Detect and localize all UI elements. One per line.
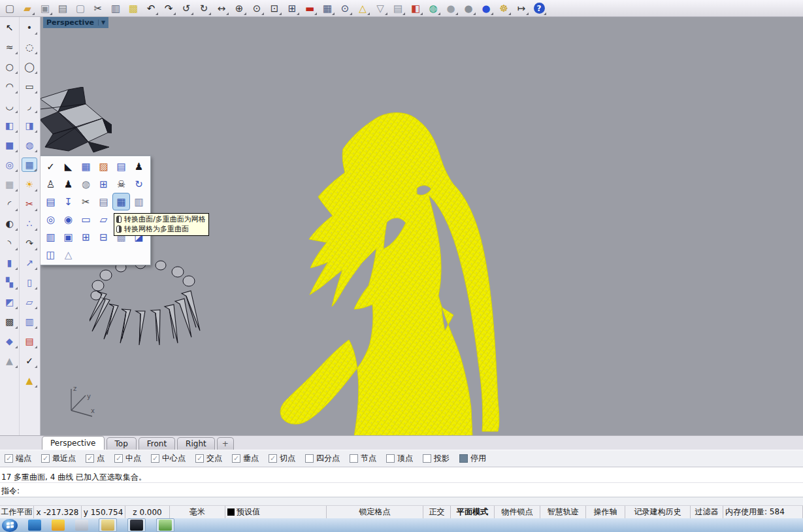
tab-front[interactable]: Front	[139, 437, 175, 450]
status-z[interactable]: z 0.000	[125, 506, 170, 518]
cone-tool-icon[interactable]: ▲	[2, 354, 18, 368]
mesh-spheres-icon[interactable]: ◉	[59, 210, 77, 228]
mesh-stack-icon[interactable]: ▥	[42, 228, 59, 246]
taskbar-app-green-icon-frame[interactable]	[156, 518, 174, 532]
osnap-中点[interactable]: ✓中点	[114, 453, 141, 464]
boolean-spheres-icon[interactable]: ◐	[2, 216, 18, 231]
osnap-切点[interactable]: ✓切点	[269, 453, 295, 464]
four-viewports-icon[interactable]: ⊞	[284, 1, 300, 16]
mesh-settings-icon[interactable]: ▦	[320, 1, 335, 16]
zoom-extents-icon[interactable]: ⊡	[267, 1, 282, 16]
osnap-中心点[interactable]: ✓中心点	[151, 453, 186, 464]
mesh-rotate-icon[interactable]: ↻	[130, 175, 148, 193]
print-icon[interactable]: ▤	[55, 1, 71, 16]
osnap-checkbox[interactable]: ✓	[151, 454, 159, 463]
arc-point-icon[interactable]: ◝	[2, 236, 18, 250]
pyramid-gold-icon[interactable]: ▲	[22, 373, 37, 388]
taskbar-app-calculator-icon[interactable]	[75, 520, 88, 531]
mesh-hole-icon[interactable]: ▣	[59, 228, 77, 246]
mesh-torus-icon[interactable]: ◎	[42, 210, 59, 228]
osnap-节点[interactable]: 节点	[350, 453, 376, 464]
taskbar-app-folder-icon-frame[interactable]	[99, 518, 117, 532]
cut-icon[interactable]: ✂	[90, 1, 106, 16]
undo-icon[interactable]: ↶	[143, 1, 159, 16]
conic-curve-icon[interactable]: ◡	[2, 99, 18, 113]
osnap-端点[interactable]: ✓端点	[5, 453, 31, 464]
ellipse-tool-icon[interactable]: ◯	[22, 59, 37, 74]
new-file-icon[interactable]: ▢	[2, 1, 18, 16]
osnap-checkbox[interactable]	[305, 454, 314, 463]
osnap-checkbox[interactable]: ✓	[195, 454, 204, 463]
osnap-checkbox[interactable]: ✓	[41, 454, 50, 463]
align-squares-icon[interactable]: ▤	[22, 334, 37, 348]
paste-yellow-icon[interactable]: ▩	[125, 1, 141, 16]
check-tool-icon[interactable]: ✓	[22, 354, 37, 368]
paste-slab-icon[interactable]: ▱	[22, 295, 37, 309]
convert-surface-to-mesh-icon[interactable]: ▦	[112, 193, 130, 210]
render-sphere2-icon[interactable]: ●	[461, 1, 476, 16]
curve-points-icon[interactable]: ◌	[22, 40, 37, 54]
status-过滤器[interactable]: 过滤器	[691, 506, 723, 518]
curve-arrow-icon[interactable]: ↷	[22, 236, 37, 250]
osnap-disable[interactable]: 停用	[459, 453, 486, 464]
extrude-solid-icon[interactable]: ▮	[2, 256, 18, 270]
mesh-flat-b-icon[interactable]: ▱	[95, 210, 112, 228]
trim-icon[interactable]: ✂	[22, 197, 37, 211]
palette-check-icon[interactable]: ✓	[42, 158, 59, 175]
start-button[interactable]	[2, 519, 18, 532]
status-预设值[interactable]: 预设值	[225, 506, 327, 518]
mesh-repair-flame-icon[interactable]: ▨	[95, 158, 112, 175]
explode-icon[interactable]: ☀	[22, 177, 37, 191]
render-sphere-icon[interactable]: ●	[443, 1, 459, 16]
circle-center-icon[interactable]: ⊙	[337, 1, 353, 16]
mesh-split-down-icon[interactable]: ⊟	[95, 228, 112, 246]
mesh-bat-icon[interactable]: ◣	[59, 158, 77, 175]
fillet-curve-icon[interactable]: ◞	[22, 99, 37, 113]
point-set-icon[interactable]: ∴	[22, 216, 37, 231]
taskbar-app-rhino-icon[interactable]	[130, 520, 143, 531]
mesh-add-icon[interactable]: ⊞	[95, 175, 112, 193]
render-blue-sphere-icon[interactable]: ●	[478, 1, 494, 16]
move-point-icon[interactable]: ↗	[22, 256, 37, 270]
options-gear-icon[interactable]: ☸	[496, 1, 512, 16]
filter-funnel-icon[interactable]: ▽	[372, 1, 388, 16]
osnap-四分点[interactable]: 四分点	[305, 453, 340, 464]
mesh-dashed-icon[interactable]: ▤	[95, 193, 112, 210]
mesh-flat-a-icon[interactable]: ▭	[77, 210, 95, 228]
black-wireframe-spiked-collar[interactable]	[90, 252, 201, 346]
status-内存使用量[interactable]: 内存使用量: 584	[723, 506, 803, 518]
mesh-dotted-icon[interactable]: ▥	[130, 193, 148, 210]
status-正交[interactable]: 正交	[423, 506, 451, 518]
rectangle-tool-icon[interactable]: ▭	[22, 79, 37, 93]
osnap-checkbox[interactable]: ✓	[114, 454, 123, 463]
black-wireframe-spiky-mesh[interactable]	[41, 87, 112, 156]
osnap-点[interactable]: ✓点	[86, 453, 105, 464]
mesh-worker-hammer-icon[interactable]: ♙	[42, 175, 59, 193]
circle-tool-icon[interactable]: ○	[2, 59, 18, 74]
status-工作平面[interactable]: 工作平面	[0, 506, 34, 518]
status-物件锁点[interactable]: 物件锁点	[495, 506, 540, 518]
tab-perspective[interactable]: Perspective	[42, 436, 105, 450]
surface-patch-icon[interactable]: ◧	[2, 118, 18, 133]
open-folder-icon[interactable]: ▰	[20, 1, 35, 16]
puzzle-tool-icon[interactable]: ▦	[2, 177, 18, 191]
dimension-icon[interactable]: ↦	[514, 1, 529, 16]
copy-page-icon[interactable]: ▢	[73, 1, 88, 16]
mesh-worker-pick-icon[interactable]: ♟	[59, 175, 77, 193]
redo-icon[interactable]: ↷	[161, 1, 176, 16]
add-viewport-tab[interactable]: +	[217, 437, 234, 450]
save-icon[interactable]: ▣	[37, 1, 53, 16]
solid-corner-icon[interactable]: ◩	[2, 295, 18, 309]
osnap-checkbox[interactable]	[423, 454, 431, 463]
layers-box-icon[interactable]: ◧	[408, 1, 423, 16]
control-point-curve-icon[interactable]: ≈	[2, 40, 18, 54]
taskbar-app-blue-icon[interactable]	[28, 520, 41, 531]
tab-right[interactable]: Right	[177, 437, 215, 450]
mesh-from-surface-icon[interactable]: ▦	[22, 158, 37, 172]
osnap-checkbox[interactable]: ✓	[5, 454, 13, 463]
mesh-project-down-icon[interactable]: ↧	[59, 193, 77, 210]
osnap-checkbox[interactable]: ✓	[232, 454, 240, 463]
copy-object-icon[interactable]: ▯	[22, 275, 37, 290]
status-毫米[interactable]: 毫米	[170, 506, 225, 518]
status-锁定格点[interactable]: 锁定格点	[327, 506, 423, 518]
